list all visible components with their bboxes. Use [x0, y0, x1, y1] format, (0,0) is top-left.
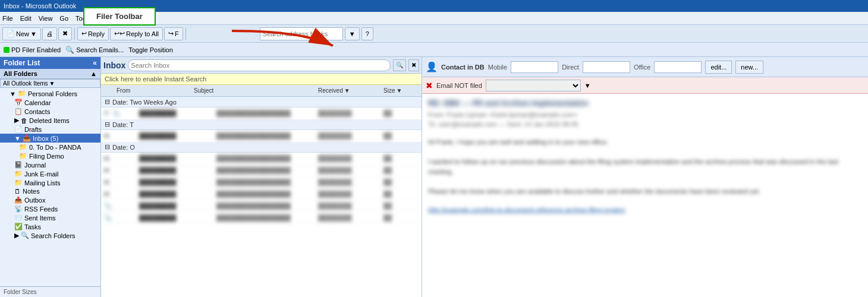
- instant-search-bar[interactable]: Click here to enable Instant Search: [101, 74, 422, 85]
- sidebar-item-personal-folders[interactable]: ▼ 📁 Personal Folders: [0, 89, 100, 98]
- sidebar-item-outbox[interactable]: 📤 Outbox: [0, 195, 100, 204]
- col-subject[interactable]: Subject: [194, 87, 318, 94]
- search-books-dropdown[interactable]: ▼: [345, 27, 360, 40]
- email-size: ██: [383, 132, 419, 139]
- email-subject: ████████████████: [216, 179, 318, 186]
- sidebar-item-drafts[interactable]: 📄 Drafts: [0, 125, 100, 134]
- table-row[interactable]: ✉ ████████ ████████████████ ████████ ██: [101, 130, 422, 142]
- date-group-two-weeks[interactable]: ⊟ Date: Two Weeks Ago: [101, 97, 422, 108]
- delete-button[interactable]: ✖: [58, 27, 72, 40]
- col-from[interactable]: From: [117, 87, 194, 94]
- sidebar-item-contacts[interactable]: 📋 Contacts: [0, 107, 100, 116]
- search-inbox-button[interactable]: 🔍: [393, 59, 406, 71]
- table-row[interactable]: ✉ ████████ ████████████████ ████████ ██: [101, 165, 422, 176]
- date-group-3[interactable]: ⊟ Date: O: [101, 142, 422, 153]
- email-size: ██: [383, 214, 419, 221]
- sidebar-item-deleted[interactable]: ▶ 🗑 Deleted Items: [0, 116, 100, 125]
- toolbar-separator-1: [74, 28, 75, 40]
- toggle-position-button[interactable]: Toggle Position: [128, 46, 173, 53]
- contact-bar: 👤 Contact in DB Mobile Direct Office edi…: [422, 57, 868, 77]
- table-row[interactable]: ✉ ████████ ████████████████ ████████ ██: [101, 176, 422, 188]
- sidebar-subheader: All Folders ▲: [0, 69, 100, 79]
- reply-icon: ↩: [81, 30, 87, 37]
- forward-button[interactable]: ↪ F: [164, 27, 183, 40]
- sidebar-item-calendar[interactable]: 📅 Calendar: [0, 98, 100, 107]
- folder-icon: 📓: [14, 161, 23, 169]
- sidebar-dropdown[interactable]: All Outlook Items ▼: [0, 79, 100, 88]
- sidebar: Folder List « All Folders ▲ All Outlook …: [0, 57, 101, 297]
- search-emails-icon: 🔍: [65, 46, 74, 54]
- not-filed-select[interactable]: [486, 80, 581, 91]
- help-button[interactable]: ?: [361, 27, 373, 40]
- email-icon: ✉: [103, 178, 109, 187]
- inbox-title: Inbox: [103, 61, 125, 70]
- preview-meta-2: To: user@example.com — Sent: 14 Jan 2015…: [428, 121, 862, 128]
- menu-view[interactable]: View: [39, 15, 53, 22]
- print-button[interactable]: 🖨: [42, 27, 57, 40]
- menu-file[interactable]: File: [2, 15, 13, 22]
- email-date: ████████: [318, 167, 383, 173]
- sidebar-item-search-folders[interactable]: ▶ 🔍 Search Folders: [0, 231, 100, 240]
- filter-icon: ▼: [396, 87, 402, 94]
- search-close-button[interactable]: ✖: [408, 59, 419, 71]
- sidebar-item-mailing-lists[interactable]: 📁 Mailing Lists: [0, 178, 100, 187]
- sidebar-collapse-icon[interactable]: «: [93, 59, 97, 67]
- sidebar-footer[interactable]: Folder Sizes: [0, 286, 100, 297]
- table-row[interactable]: 📎 ████████ ████████████████ ████████ ██: [101, 200, 422, 212]
- new-dropdown-icon[interactable]: ▼: [30, 30, 37, 37]
- col-received[interactable]: Received ▼: [318, 87, 383, 94]
- table-row[interactable]: ✉ ████████ ████████████████ ████████ ██: [101, 188, 422, 200]
- col-size[interactable]: Size ▼: [383, 87, 419, 94]
- sidebar-item-notes[interactable]: 🗒 Notes: [0, 187, 100, 195]
- email-from: ████████: [139, 203, 216, 210]
- search-emails-button[interactable]: 🔍 Search Emails...: [65, 46, 124, 54]
- date-group-expand-icon: ⊟: [105, 143, 110, 151]
- folder-icon: 📁: [18, 90, 26, 97]
- sidebar-item-todo[interactable]: 📁 0. To Do - PANDA: [0, 143, 100, 151]
- email-size: ██: [383, 203, 419, 209]
- date-group-2[interactable]: ⊟ Date: T: [101, 119, 422, 130]
- table-row[interactable]: 📎 ████████ ████████████████ ████████ ██: [101, 212, 422, 224]
- contact-office-field[interactable]: [654, 61, 702, 73]
- sidebar-item-rss[interactable]: 📡 RSS Feeds: [0, 204, 100, 213]
- table-row[interactable]: 🏳 📎 ████████ ████████████████ ████████ █…: [101, 108, 422, 119]
- menu-go[interactable]: Go: [59, 15, 68, 22]
- contact-db-icon: 👤: [426, 61, 438, 72]
- sidebar-item-tasks[interactable]: ✅ Tasks: [0, 222, 100, 231]
- expand-icon: ▼: [14, 135, 21, 142]
- search-address-books-input[interactable]: [260, 27, 343, 40]
- reading-pane: 👤 Contact in DB Mobile Direct Office edi…: [422, 57, 868, 297]
- email-list-body: ⊟ Date: Two Weeks Ago 🏳 📎 ████████ █████…: [101, 97, 422, 297]
- search-inbox-input[interactable]: [128, 59, 391, 71]
- sidebar-item-junk[interactable]: 📁 Junk E-mail: [0, 169, 100, 178]
- email-icon: 📎: [103, 214, 112, 222]
- contact-edit-button[interactable]: edit...: [705, 61, 732, 74]
- contact-mobile-field[interactable]: [511, 61, 558, 73]
- email-not-filed-bar: ✖ Email NOT filed ▼: [422, 77, 868, 94]
- email-subject: ████████████████: [216, 110, 318, 117]
- reply-all-button[interactable]: ↩↩ Reply to All: [110, 27, 163, 40]
- not-filed-icon: ✖: [426, 81, 433, 90]
- sidebar-expand-icon[interactable]: ▲: [90, 70, 97, 77]
- new-button[interactable]: 📄 New ▼: [2, 27, 41, 40]
- expand-icon: ▶: [14, 116, 19, 124]
- table-row[interactable]: ✉ ████████ ████████████████ ████████ ██: [101, 153, 422, 165]
- reply-all-icon: ↩↩: [114, 30, 125, 37]
- sidebar-header: Folder List «: [0, 57, 100, 69]
- preview-link[interactable]: http://example.com/link-to-document-refe…: [428, 206, 862, 213]
- sidebar-item-journal[interactable]: 📓 Journal: [0, 160, 100, 169]
- pd-filer-enabled[interactable]: PD Filer Enabled: [4, 46, 61, 53]
- sort-icon: ▼: [344, 87, 350, 94]
- menu-edit[interactable]: Edit: [20, 15, 32, 22]
- reply-button[interactable]: ↩ Reply: [77, 27, 109, 40]
- email-from: ████████: [139, 110, 216, 117]
- contact-direct-field[interactable]: [583, 61, 630, 73]
- email-from: ████████: [139, 191, 216, 198]
- not-filed-dropdown-arrow: ▼: [584, 82, 591, 89]
- sidebar-item-sent[interactable]: 📨 Sent Items: [0, 213, 100, 222]
- sidebar-item-inbox[interactable]: ▼ 📥 Inbox (5): [0, 134, 100, 143]
- email-size: ██: [383, 167, 419, 173]
- date-group-expand-icon: ⊟: [105, 121, 110, 128]
- sidebar-item-filing-demo[interactable]: 📁 Filing Demo: [0, 151, 100, 160]
- contact-new-button[interactable]: new...: [735, 61, 763, 74]
